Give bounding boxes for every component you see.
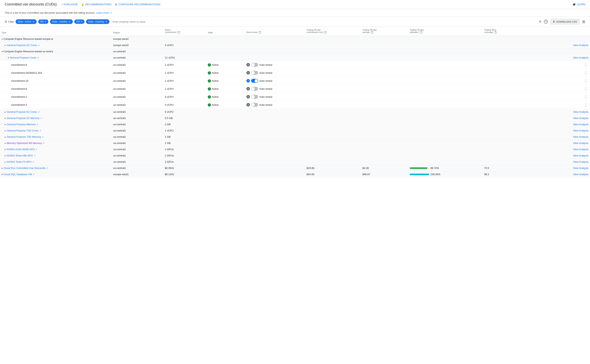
learn-button[interactable]: 🎓 LEARN (572, 3, 585, 6)
type-link[interactable]: General Purpose E2 Memory ↗ (7, 117, 42, 120)
view-analysis-link[interactable]: View Analysis (573, 142, 589, 144)
expand-icon[interactable]: ▸ (5, 161, 6, 163)
autorenew-toggle[interactable]: ⊝ Auto-renew (246, 63, 303, 67)
cell-autorenew[interactable]: ⊝ Auto-renew (245, 69, 305, 77)
view-analysis-link[interactable]: View Analysis (573, 160, 589, 163)
cell-action[interactable]: View Analysis (538, 55, 590, 61)
th-help-utilization[interactable]: ? (420, 31, 422, 34)
or-chip-close-1[interactable]: ✕ (45, 20, 46, 23)
toggle-track[interactable] (251, 71, 258, 75)
three-dots-menu[interactable]: ⋮ (583, 94, 589, 100)
filter-chip-state-inactive[interactable]: State : Inactive ✕ (50, 19, 73, 24)
expand-icon[interactable]: ▸ (5, 117, 6, 120)
cell-action[interactable]: View Analysis (538, 171, 590, 177)
view-analysis-link[interactable]: View Analysis (573, 56, 589, 59)
view-analysis-link[interactable]: View Analysis (573, 148, 589, 151)
autorenew-toggle[interactable]: ✓ Auto-renew (246, 79, 303, 83)
type-link[interactable]: General Purpose T2D Memory ↗ (7, 135, 44, 138)
cell-autorenew[interactable]: ⊝ Auto-renew (245, 61, 305, 69)
or-chip-2[interactable]: OR ✕ (74, 20, 84, 24)
recommendations-button[interactable]: 💡 RECOMMENDATIONS (81, 3, 112, 6)
autorenew-toggle[interactable]: ⊝ Auto-renew (246, 103, 303, 107)
purchase-button[interactable]: + PURCHASE (61, 3, 78, 6)
cell-action[interactable]: ⋮ (538, 69, 590, 77)
three-dots-menu[interactable]: ⋮ (583, 70, 589, 76)
view-analysis-link[interactable]: View Analysis (573, 173, 589, 176)
cell-autorenew[interactable]: ⊝ Auto-renew (245, 93, 305, 101)
view-analysis-link[interactable]: View Analysis (573, 123, 589, 126)
toggle-track[interactable] (251, 87, 258, 91)
toggle-track[interactable] (251, 79, 258, 83)
th-help-savings[interactable]: ? (371, 31, 373, 34)
type-link[interactable]: General Purpose Memory ↗ (7, 123, 38, 126)
view-analysis-link[interactable]: View Analysis (573, 135, 589, 138)
cell-autorenew[interactable]: ⊝ Auto-renew (245, 85, 305, 93)
cell-action[interactable]: ⋮ (538, 101, 590, 109)
expand-icon[interactable]: ▸ (5, 129, 6, 132)
cell-action[interactable]: View Analysis (538, 121, 590, 128)
type-link[interactable]: General Purpose T2D Cores ↗ (7, 129, 41, 132)
or-chip-1[interactable]: OR ✕ (38, 20, 48, 24)
filter-help-button[interactable]: ? (544, 20, 548, 24)
autorenew-toggle[interactable]: ⊝ Auto-renew (246, 87, 303, 91)
autorenew-toggle[interactable]: ⊝ Auto-renew (246, 71, 303, 75)
cell-autorenew[interactable]: ✓ Auto-renew (245, 77, 305, 85)
cell-action[interactable]: ⋮ (538, 61, 590, 69)
cell-action[interactable]: View Analysis (538, 153, 590, 159)
filter-chip-state-active[interactable]: State : Active ✕ (16, 19, 37, 24)
view-analysis-link[interactable]: View Analysis (573, 167, 589, 169)
cell-action[interactable]: View Analysis (538, 128, 590, 134)
expand-icon[interactable]: ▸ (5, 110, 6, 113)
expand-icon[interactable]: ▸ (5, 154, 6, 157)
type-link[interactable]: Cloud SQL Database VM ↗ (4, 173, 34, 176)
cell-action[interactable]: View Analysis (538, 134, 590, 140)
cell-action[interactable]: ⋮ (538, 85, 590, 93)
chip-close-inactive[interactable]: ✕ (68, 20, 71, 23)
expand-icon[interactable]: ▸ (5, 123, 6, 126)
expand-icon[interactable]: ▸ (1, 167, 3, 169)
cell-action[interactable]: View Analysis (538, 42, 590, 48)
view-analysis-link[interactable]: View Analysis (573, 154, 589, 157)
toggle-track[interactable] (251, 63, 258, 67)
view-analysis-link[interactable]: View Analysis (573, 110, 589, 113)
type-link[interactable]: Cloud Run Committed Use Discounts ↗ (4, 167, 48, 169)
type-link[interactable]: General Purpose Cores ↗ (10, 56, 39, 59)
expand-icon[interactable]: ▾ (8, 56, 9, 59)
expand-icon[interactable]: ▸ (5, 44, 6, 47)
columns-button[interactable]: ⊞ (582, 19, 585, 24)
cell-action[interactable]: View Analysis (538, 165, 590, 171)
th-help-coverage[interactable]: ? (494, 31, 497, 34)
expand-icon[interactable]: ▾ (1, 50, 3, 53)
download-csv-button[interactable]: ⬇ DOWNLOAD CSV (550, 19, 580, 25)
three-dots-menu[interactable]: ⋮ (583, 102, 589, 108)
expand-icon[interactable]: ▸ (5, 142, 6, 144)
view-analysis-link[interactable]: View Analysis (573, 44, 589, 47)
type-link[interactable]: General Purpose E2 Cores ↗ (7, 110, 40, 113)
three-dots-menu[interactable]: ⋮ (583, 62, 589, 68)
type-link[interactable]: NVIDIA Tesla P4 GPU ↗ (7, 160, 34, 163)
three-dots-menu[interactable]: ⋮ (583, 78, 589, 84)
or-chip-close-2[interactable]: ✕ (81, 20, 83, 23)
type-link[interactable]: NVIDIA A100 40GB GPU ↗ (7, 148, 37, 151)
cell-autorenew[interactable]: ⊝ Auto-renew (245, 101, 305, 109)
cell-action[interactable]: ⋮ (538, 77, 590, 85)
autorenew-toggle[interactable]: ⊝ Auto-renew (246, 95, 303, 99)
cell-action[interactable]: View Analysis (538, 115, 590, 121)
th-help-cost[interactable]: ? (324, 31, 327, 34)
filter-input[interactable] (111, 20, 537, 24)
cell-action[interactable]: ⋮ (538, 93, 590, 101)
th-help-active-commitment[interactable]: ? (178, 31, 180, 34)
cell-action[interactable]: View Analysis (538, 140, 590, 146)
chip-close-active[interactable]: ✕ (32, 20, 35, 23)
expand-icon[interactable]: ▸ (5, 148, 6, 151)
view-analysis-link[interactable]: View Analysis (573, 117, 589, 120)
toggle-track[interactable] (251, 103, 258, 107)
type-link[interactable]: General Purpose E2 Cores ↗ (7, 44, 40, 47)
filter-chip-state-expiring[interactable]: State : Expiring ✕ (86, 19, 109, 24)
type-link[interactable]: NVIDIA Tesla K80 GPU ↗ (7, 154, 36, 157)
learn-more-link[interactable]: Learn more ↗ (96, 11, 112, 14)
configure-recommendations-button[interactable]: ⚙ CONFIGURE RECOMMENDATIONS (115, 3, 161, 6)
view-analysis-link[interactable]: View Analysis (573, 129, 589, 132)
cell-action[interactable]: View Analysis (538, 159, 590, 165)
expand-icon[interactable]: ▾ (1, 38, 3, 40)
